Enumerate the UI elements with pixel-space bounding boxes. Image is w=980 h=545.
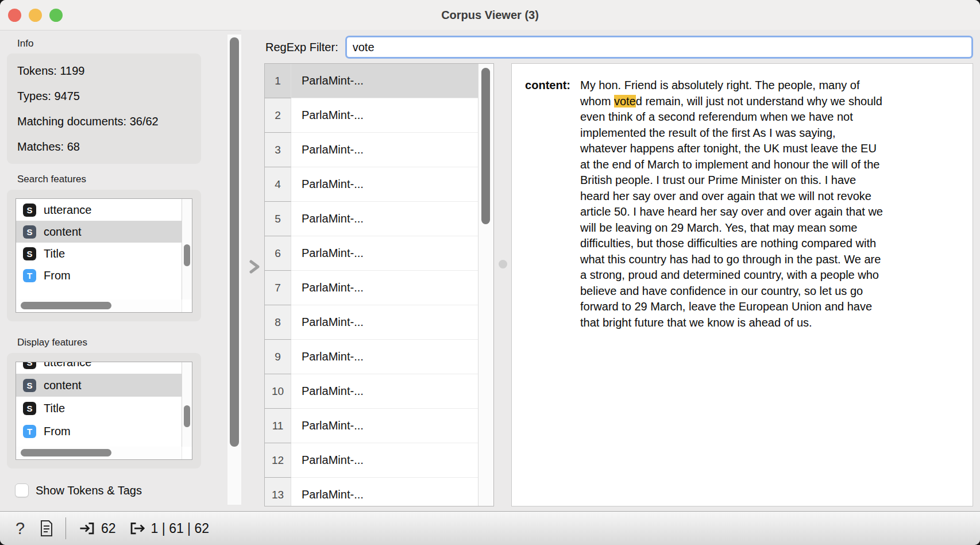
document-row-number: 5 bbox=[265, 202, 291, 236]
scrollbar-corner bbox=[182, 447, 192, 459]
show-tokens-row: Show Tokens & Tags bbox=[15, 483, 226, 497]
feature-item-from[interactable]: TFrom bbox=[16, 420, 182, 443]
document-row-number: 4 bbox=[265, 167, 291, 202]
show-tokens-checkbox[interactable] bbox=[15, 483, 29, 497]
scrollbar-thumb[interactable] bbox=[21, 449, 111, 456]
info-box: Tokens: 1199Types: 9475Matching document… bbox=[7, 53, 201, 164]
sidebar-scrollbar bbox=[227, 34, 241, 505]
show-tokens-label: Show Tokens & Tags bbox=[36, 484, 142, 497]
document-row[interactable]: 11ParlaMint-... bbox=[265, 409, 479, 443]
input-arrow-icon bbox=[79, 520, 96, 537]
feature-item-utterance[interactable]: Sutterance bbox=[16, 199, 182, 221]
display-features-box: SutteranceScontentSTitleTFromTTo bbox=[7, 353, 201, 469]
text-variable-icon: T bbox=[23, 269, 36, 282]
search-features-list: SutteranceScontentSTitleTFrom bbox=[16, 198, 192, 313]
document-row-name: ParlaMint-... bbox=[291, 167, 479, 202]
info-section-label: Info bbox=[17, 38, 226, 49]
feature-label: utterance bbox=[44, 362, 91, 369]
display-features-label: Display features bbox=[17, 337, 226, 348]
document-row[interactable]: 12ParlaMint-... bbox=[265, 443, 479, 478]
document-row-name: ParlaMint-... bbox=[291, 133, 479, 167]
document-row[interactable]: 10ParlaMint-... bbox=[265, 374, 479, 409]
feature-item-title[interactable]: STitle bbox=[16, 397, 182, 420]
feature-label: content bbox=[44, 379, 82, 392]
search-features-label: Search features bbox=[17, 174, 226, 185]
document-row[interactable]: 1ParlaMint-... bbox=[265, 64, 479, 98]
document-row-number: 11 bbox=[265, 409, 291, 443]
feature-label: content bbox=[44, 225, 82, 239]
document-row[interactable]: 4ParlaMint-... bbox=[265, 167, 479, 202]
string-variable-icon: S bbox=[23, 379, 36, 392]
document-text: My hon. Friend is absolutely right. The … bbox=[580, 78, 883, 331]
output-counts: 1 | 61 | 62 bbox=[151, 521, 209, 536]
input-summary: 62 bbox=[79, 520, 116, 537]
string-variable-icon: S bbox=[23, 204, 36, 217]
display-features-scrollbar bbox=[182, 362, 192, 447]
info-line: Tokens: 1199 bbox=[17, 58, 191, 83]
document-row[interactable]: 9ParlaMint-... bbox=[265, 340, 479, 374]
document-row-name: ParlaMint-... bbox=[291, 305, 479, 340]
document-row-number: 6 bbox=[265, 236, 291, 271]
document-row[interactable]: 8ParlaMint-... bbox=[265, 305, 479, 340]
search-features-box: SutteranceScontentSTitleTFrom bbox=[7, 190, 201, 321]
feature-item-from[interactable]: TFrom bbox=[16, 264, 182, 286]
window-title: Corpus Viewer (3) bbox=[0, 0, 980, 30]
display-features-list: SutteranceScontentSTitleTFromTTo bbox=[16, 362, 192, 460]
info-line: Matches: 68 bbox=[17, 134, 191, 159]
feature-item-content[interactable]: Scontent bbox=[16, 221, 182, 243]
collapse-chevron-icon[interactable] bbox=[247, 258, 262, 276]
scrollbar-corner bbox=[182, 300, 192, 312]
input-count: 62 bbox=[101, 521, 116, 536]
document-list-scrollbar bbox=[478, 64, 493, 506]
report-icon[interactable] bbox=[37, 519, 56, 538]
display-features-hscrollbar bbox=[16, 447, 182, 459]
document-row-name: ParlaMint-... bbox=[291, 202, 479, 236]
scrollbar-thumb[interactable] bbox=[21, 302, 111, 309]
document-row-name: ParlaMint-... bbox=[291, 478, 479, 506]
text-variable-icon: T bbox=[23, 425, 36, 438]
scrollbar-thumb[interactable] bbox=[230, 37, 239, 447]
filter-row: RegExp Filter: bbox=[265, 36, 973, 59]
document-row-name: ParlaMint-... bbox=[291, 64, 479, 98]
control-sidebar: Info Tokens: 1199Types: 9475Matching doc… bbox=[0, 30, 226, 512]
document-row-number: 1 bbox=[265, 64, 291, 98]
document-row-number: 13 bbox=[265, 478, 291, 506]
feature-item-utterance[interactable]: Sutterance bbox=[16, 362, 182, 374]
regexp-filter-input[interactable] bbox=[345, 36, 973, 59]
feature-label: From bbox=[44, 425, 71, 438]
document-row[interactable]: 3ParlaMint-... bbox=[265, 133, 479, 167]
document-row[interactable]: 5ParlaMint-... bbox=[265, 202, 479, 236]
output-summary: 1 | 61 | 62 bbox=[129, 520, 209, 537]
corpus-viewer-window: Corpus Viewer (3) Info Tokens: 1199Types… bbox=[0, 0, 980, 545]
splitter-handle[interactable] bbox=[499, 260, 507, 268]
document-row[interactable]: 2ParlaMint-... bbox=[265, 98, 479, 133]
scrollbar-thumb[interactable] bbox=[184, 405, 190, 427]
info-line: Types: 9475 bbox=[17, 83, 191, 109]
feature-item-title[interactable]: STitle bbox=[16, 243, 182, 264]
feature-label: utterance bbox=[44, 204, 91, 217]
document-row-number: 10 bbox=[265, 374, 291, 409]
document-row[interactable]: 7ParlaMint-... bbox=[265, 271, 479, 305]
scrollbar-thumb[interactable] bbox=[184, 244, 190, 266]
scrollbar-thumb[interactable] bbox=[481, 68, 490, 224]
document-row-name: ParlaMint-... bbox=[291, 271, 479, 305]
string-variable-icon: S bbox=[23, 402, 36, 415]
document-row-name: ParlaMint-... bbox=[291, 236, 479, 271]
document-row-number: 12 bbox=[265, 443, 291, 478]
search-features-hscrollbar bbox=[16, 300, 182, 312]
feature-item-content[interactable]: Scontent bbox=[16, 374, 182, 397]
help-icon[interactable]: ? bbox=[11, 519, 29, 538]
titlebar: Corpus Viewer (3) bbox=[0, 0, 980, 30]
main-pane: RegExp Filter: 1ParlaMint-...2ParlaMint-… bbox=[241, 30, 980, 512]
feature-label: Title bbox=[44, 247, 65, 260]
document-row[interactable]: 6ParlaMint-... bbox=[265, 236, 479, 271]
document-row[interactable]: 13ParlaMint-... bbox=[265, 478, 479, 506]
document-row-name: ParlaMint-... bbox=[291, 409, 479, 443]
output-arrow-icon bbox=[129, 520, 146, 537]
feature-label: Title bbox=[44, 402, 65, 415]
feature-item-to[interactable]: TTo bbox=[16, 443, 182, 447]
status-bar: ? 62 bbox=[0, 511, 980, 545]
document-row-number: 7 bbox=[265, 271, 291, 305]
document-row-number: 3 bbox=[265, 133, 291, 167]
string-variable-icon: S bbox=[23, 362, 36, 369]
